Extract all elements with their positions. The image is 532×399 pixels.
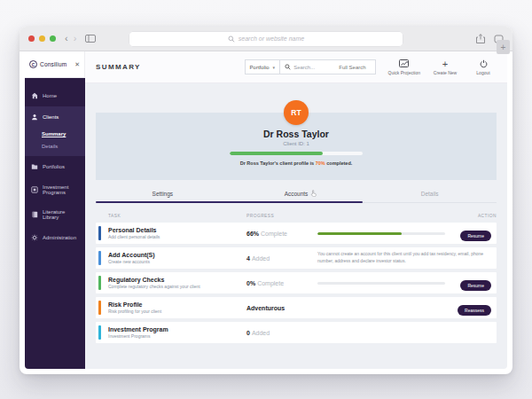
row-accent-bar [98,276,101,290]
logout-button[interactable]: Logout [470,59,497,75]
tab-details[interactable]: Details [363,191,497,197]
table-header: TASK PROGRESS ACTION [96,203,497,223]
desktop-background: ‹ › search or website name + C Co [0,0,532,399]
chevron-down-icon: ▾ [273,65,276,70]
column-progress: PROGRESS [246,214,317,218]
share-icon[interactable] [476,34,485,43]
task-progress-value: 4Added [246,255,317,262]
clients-icon [31,113,38,121]
window-controls [28,35,56,42]
profile-progress-fill [230,152,323,155]
task-note: You cannot create an account for this cl… [317,251,497,265]
task-progress-value: Adventurous [246,305,317,311]
task-subtitle: Create new accounts [108,259,243,264]
client-avatar: RT [284,100,309,125]
table-row-investment-program[interactable]: Investment Program Investment Programs 0… [96,322,497,343]
page-content: RT Dr Ross Taylor Client ID: 1 Dr Ross T… [85,83,507,369]
reassess-button[interactable]: Reassess [458,305,491,316]
home-icon [31,92,38,99]
page-header: SUMMARY Portfolio ▾ Search... Full Searc… [85,51,507,83]
consilium-logo-icon: C [29,60,37,68]
row-accent-bar [98,301,101,315]
tab-settings[interactable]: Settings [96,191,230,197]
tab-bar: Settings Accounts Details [96,191,497,203]
client-id: Client ID: 1 [283,141,309,146]
app-logo: C Consilium ✕ [25,51,85,78]
task-title: Risk Profile [108,301,243,308]
sidebar-item-clients[interactable]: Clients [25,106,85,128]
table-row-add-accounts[interactable]: Add Account(S) Create new accounts 4Adde… [96,247,497,269]
task-progress-value: 0Added [246,330,317,336]
task-subtitle: Risk profiling for your client [108,309,243,314]
tab-accounts[interactable]: Accounts [230,191,364,197]
back-icon[interactable]: ‹ [65,34,68,43]
task-title: Personal Details [108,227,243,233]
sidebar-item-literature-library[interactable]: Literature Library [25,202,85,227]
table-row-personal-details[interactable]: Personal Details Add client personal det… [96,223,497,244]
quick-projection-button[interactable]: Quick Projection [388,59,420,75]
task-progress-value: 0%Complete [246,280,317,286]
address-bar[interactable]: search or website name [129,31,403,47]
row-accent-bar [98,251,101,265]
scope-select[interactable]: Portfolio ▾ [246,60,281,74]
search-placeholder: Search... [293,65,315,70]
sidebar-item-portfolios[interactable]: Portfolios [25,156,85,177]
tab-active-indicator [96,201,363,203]
search-group: Portfolio ▾ Search... Full Search [245,59,376,74]
task-progress-value: 66%Complete [246,231,317,237]
programs-icon [31,186,38,193]
zoom-window-button[interactable] [50,35,56,42]
row-accent-bar [98,226,101,240]
task-subtitle: Complete regulatory checks against your … [108,284,243,289]
resume-button[interactable]: Resume [460,231,491,241]
resume-button[interactable]: Resume [460,280,491,291]
sidebar-item-summary[interactable]: Summary [25,128,85,140]
task-progress-fill [317,232,402,235]
task-progress-bar [317,282,445,285]
browser-chrome: ‹ › search or website name + [20,27,512,51]
create-new-button[interactable]: + Create New [432,59,458,75]
sidebar-item-administration[interactable]: Administration [25,227,85,248]
forward-icon[interactable]: › [74,34,77,43]
minimize-window-button[interactable] [39,35,45,42]
close-window-button[interactable] [28,35,35,42]
task-title: Regulatory Checks [108,277,243,283]
book-icon [31,211,38,218]
task-subtitle: Investment Programs [108,333,243,339]
client-banner: RT Dr Ross Taylor Client ID: 1 Dr Ross T… [96,113,497,180]
sidebar-item-details[interactable]: Details [25,140,85,153]
column-task: TASK [96,214,246,218]
column-action: ACTION [454,214,497,218]
folder-icon [31,163,38,170]
full-search-link[interactable]: Full Search [339,65,370,70]
task-progress-bar [317,232,445,235]
sidebar-menu: Home Clients Summary Details Portfolios [25,78,85,369]
task-title: Add Account(S) [108,252,243,258]
sidebar-section-clients: Clients Summary Details [25,106,85,156]
sidebar-item-investment-programs[interactable]: Investment Programs [25,177,85,202]
task-subtitle: Add client personal details [108,234,243,239]
sidebar-item-home[interactable]: Home [25,85,85,106]
address-bar-placeholder: search or website name [239,35,304,42]
sidebar: C Consilium ✕ Home Clients Summary [25,51,85,369]
sidebar-close-icon[interactable]: ✕ [74,61,80,68]
table-row-regulatory-checks[interactable]: Regulatory Checks Complete regulatory ch… [96,272,497,293]
hand-cursor-icon [310,190,317,197]
header-actions: Quick Projection + Create New Logout [388,59,497,75]
table-row-risk-profile[interactable]: Risk Profile Risk profiling for your cli… [96,297,497,318]
profile-progress-bar [230,152,363,155]
new-tab-button[interactable]: + [497,40,510,54]
app-viewport: C Consilium ✕ Home Clients Summary [25,51,507,369]
power-icon [480,59,488,68]
browser-window: ‹ › search or website name + C Co [20,27,512,374]
main-panel: SUMMARY Portfolio ▾ Search... Full Searc… [85,51,507,369]
completion-percent: 70% [316,160,325,166]
profile-completion-caption: Dr Ross Taylor's client profile is 70% c… [240,160,353,166]
search-icon [228,35,235,43]
search-icon [285,64,291,70]
search-input[interactable]: Search... Full Search [280,64,374,70]
app-logo-text: Consilium [40,61,66,67]
task-title: Investment Program [108,326,243,332]
sidebar-toggle-icon[interactable] [85,35,96,43]
client-name: Dr Ross Taylor [263,129,329,139]
